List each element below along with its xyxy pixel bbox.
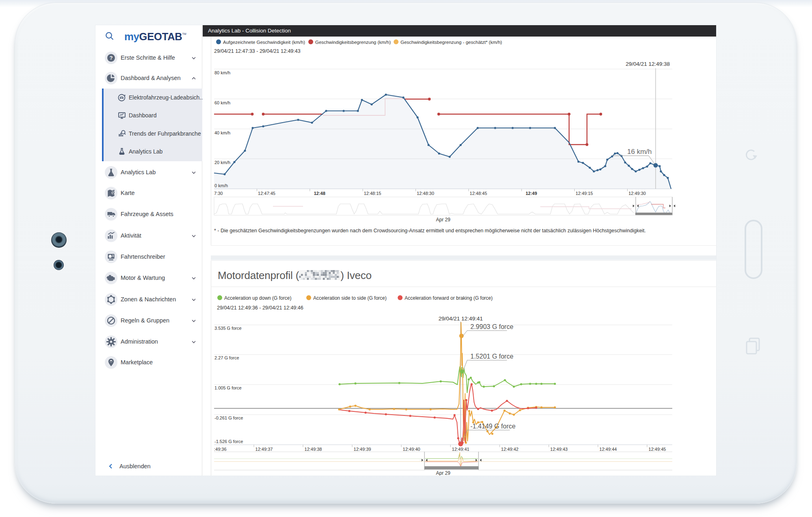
svg-text:Geschwindigkeitsbegrenzung - g: Geschwindigkeitsbegrenzung - geschätzt* … <box>401 40 502 45</box>
svg-text:1.005 G force: 1.005 G force <box>214 385 242 390</box>
svg-text:-1.4149 G force: -1.4149 G force <box>470 423 515 430</box>
svg-text:80 km/h: 80 km/h <box>214 70 230 75</box>
svg-text:12:48:15: 12:48:15 <box>364 191 381 196</box>
svg-text:40 km/h: 40 km/h <box>214 130 230 135</box>
svg-text:Apr 29: Apr 29 <box>436 470 450 476</box>
svg-text:2.9903 G force: 2.9903 G force <box>470 323 513 330</box>
svg-text:12:49:40: 12:49:40 <box>403 447 420 452</box>
svg-text:29/04/21 12:49:38: 29/04/21 12:49:38 <box>626 61 670 67</box>
svg-text:?: ? <box>110 55 113 61</box>
svg-text:12:49:38: 12:49:38 <box>305 447 322 452</box>
svg-text:* - Die geschätzten Geschwindi: * - Die geschätzten Geschwindigkeitsbegr… <box>214 228 646 234</box>
svg-text:12:48:30: 12:48:30 <box>417 191 434 196</box>
svg-text:12:49:44: 12:49:44 <box>600 447 617 452</box>
svg-text:29/04/21 12:49:41: 29/04/21 12:49:41 <box>439 316 483 322</box>
svg-text:Acceleration up down (G force): Acceleration up down (G force) <box>224 295 291 301</box>
svg-text:Acceleration forward or brakin: Acceleration forward or braking (G force… <box>405 295 493 301</box>
svg-text:12:49:42: 12:49:42 <box>501 447 519 452</box>
svg-text:7:30: 7:30 <box>214 191 223 196</box>
svg-text:2.27 G force: 2.27 G force <box>214 355 239 360</box>
svg-text:1.5201 G force: 1.5201 G force <box>470 353 513 360</box>
svg-text:12:49:15: 12:49:15 <box>576 191 593 196</box>
svg-text:29/04/21 12:47:33 - 29/04/21 1: 29/04/21 12:47:33 - 29/04/21 12:49:43 <box>214 48 301 54</box>
svg-text:12:49:41: 12:49:41 <box>452 447 470 452</box>
svg-text:12:48:45: 12:48:45 <box>470 191 487 196</box>
svg-text:12:49:43: 12:49:43 <box>550 447 568 452</box>
svg-text:Geschwindigkeitsbegrenzung (km: Geschwindigkeitsbegrenzung (km/h) <box>315 40 391 45</box>
svg-text:60 km/h: 60 km/h <box>214 100 230 105</box>
svg-text:20 km/h: 20 km/h <box>214 160 230 165</box>
svg-text:-1.526 G force: -1.526 G force <box>214 439 243 444</box>
svg-text:3.535 G force: 3.535 G force <box>214 326 242 331</box>
svg-text:12:47:45: 12:47:45 <box>258 191 275 196</box>
svg-text:12:48: 12:48 <box>314 191 325 196</box>
svg-text:Acceleration side to side (G f: Acceleration side to side (G force) <box>313 295 387 301</box>
svg-text:Aufgezeichnete Geschwindigkeit: Aufgezeichnete Geschwindigkeit (km/h) <box>223 40 305 45</box>
svg-text:12:49:30: 12:49:30 <box>628 191 646 196</box>
svg-text:29/04/21 12:49:36 - 29/04/21 1: 29/04/21 12:49:36 - 29/04/21 12:49:46 <box>217 305 303 311</box>
svg-text:12:49: 12:49 <box>526 191 537 196</box>
svg-text:Apr 29: Apr 29 <box>436 217 450 223</box>
svg-text:16 km/h: 16 km/h <box>627 148 652 156</box>
svg-text:12:49:45: 12:49:45 <box>649 447 666 452</box>
svg-text::49:36: :49:36 <box>214 447 227 452</box>
svg-text:-0.261 G force: -0.261 G force <box>214 415 243 420</box>
svg-text:12:49:37: 12:49:37 <box>256 447 273 452</box>
svg-text:12:49:39: 12:49:39 <box>354 447 371 452</box>
